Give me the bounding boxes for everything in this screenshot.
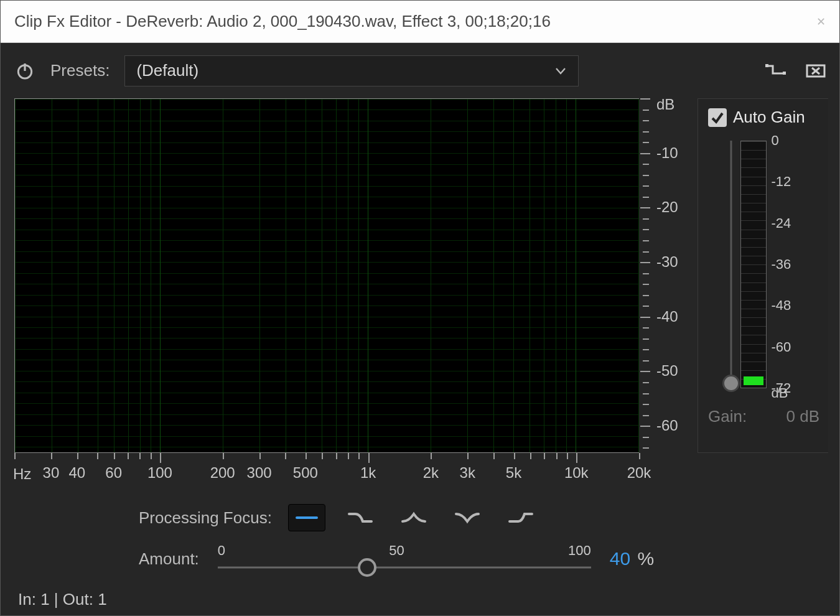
gain-meter-labels: 0-12-24-36-48-60-72dB	[772, 141, 801, 388]
gain-meter	[740, 141, 767, 388]
x-tick-label: 30	[43, 464, 60, 482]
preset-dropdown[interactable]: (Default)	[124, 55, 579, 86]
x-tick-label: 5k	[506, 464, 521, 482]
amount-row: Amount: 0 50 100 40 %	[139, 543, 828, 575]
chevron-down-icon	[554, 65, 567, 77]
auto-gain-label: Auto Gain	[733, 108, 805, 127]
focus-low-shelf-icon	[347, 510, 374, 525]
amount-min-label: 0	[218, 543, 225, 559]
check-icon	[710, 110, 725, 125]
svg-rect-2	[765, 64, 768, 67]
x-tick-label: 500	[293, 464, 318, 482]
toolbar: Presets: (Default)	[14, 54, 828, 87]
titlebar: Clip Fx Editor - DeReverb: Audio 2, 000_…	[1, 1, 839, 43]
x-tick-label: 1k	[360, 464, 376, 482]
svg-rect-3	[783, 72, 786, 75]
amount-label: Amount:	[139, 549, 199, 569]
gain-label: Gain:	[708, 407, 747, 426]
amount-value[interactable]: 40	[610, 548, 630, 569]
amount-max-label: 100	[568, 543, 591, 559]
meter-peak-indicator	[744, 376, 763, 385]
gain-value[interactable]: 0 dB	[786, 407, 820, 426]
processing-focus-row: Processing Focus:	[139, 499, 828, 536]
clip-fx-editor-window: Clip Fx Editor - DeReverb: Audio 2, 000_…	[0, 0, 840, 616]
x-axis-unit: Hz	[13, 465, 31, 483]
close-icon: ✕	[816, 15, 826, 29]
amount-slider[interactable]	[218, 560, 591, 575]
y-tick-label: -50	[656, 362, 678, 380]
focus-low-shelf-button[interactable]	[342, 504, 379, 531]
x-tick-label: 100	[147, 464, 172, 482]
y-tick-label: -30	[656, 253, 678, 271]
amount-mid-label: 50	[389, 543, 404, 559]
amount-unit: %	[637, 548, 654, 569]
gain-slider[interactable]	[727, 141, 735, 388]
meter-tick-label: 0	[772, 133, 779, 149]
y-tick-label: -20	[656, 198, 678, 216]
processing-focus-label: Processing Focus:	[139, 508, 272, 528]
auto-gain-checkbox[interactable]	[708, 108, 727, 127]
spectrum-panel: dB -10-20-30-40-50-60 Hz 304060100200300…	[14, 98, 684, 488]
x-tick-label: 3k	[460, 464, 475, 482]
x-tick-label: 200	[210, 464, 235, 482]
x-axis: Hz 3040601002003005001k2k3k5k10k20k	[14, 453, 639, 488]
focus-high-shelf-button[interactable]	[502, 504, 539, 531]
y-tick-label: -40	[656, 308, 678, 325]
y-tick-label: -60	[656, 417, 678, 434]
focus-all-button[interactable]	[288, 504, 325, 531]
preset-dropdown-value: (Default)	[136, 61, 198, 80]
meter-tick-label: -60	[772, 339, 791, 355]
focus-high-shelf-icon	[507, 510, 534, 525]
y-axis: dB -10-20-30-40-50-60	[639, 98, 684, 453]
focus-notch-button[interactable]	[449, 504, 486, 531]
x-tick-label: 20k	[627, 464, 651, 482]
focus-notch-icon	[454, 510, 481, 525]
meter-tick-label: -24	[772, 215, 791, 231]
x-tick-label: 10k	[564, 464, 589, 482]
preset-delete-button[interactable]	[803, 58, 828, 83]
power-toggle[interactable]	[14, 60, 35, 82]
presets-label: Presets:	[50, 61, 110, 80]
spectrum-chart[interactable]	[14, 98, 639, 453]
gain-panel: Auto Gain 0-12-24-36-48-60-72dB Gain: 0 …	[698, 98, 828, 453]
x-tick-label: 300	[247, 464, 272, 482]
gain-slider-thumb[interactable]	[722, 375, 740, 392]
io-status: In: 1 | Out: 1	[14, 575, 828, 609]
preset-delete-icon	[805, 62, 826, 80]
close-button[interactable]: ✕	[802, 1, 839, 42]
window-title: Clip Fx Editor - DeReverb: Audio 2, 000_…	[14, 12, 551, 31]
amount-slider-thumb[interactable]	[358, 558, 376, 577]
x-tick-label: 40	[68, 464, 85, 482]
x-tick-label: 60	[105, 464, 122, 482]
meter-tick-label: -12	[772, 174, 791, 190]
focus-peak-button[interactable]	[395, 504, 432, 531]
x-tick-label: 2k	[423, 464, 439, 482]
focus-peak-icon	[400, 510, 427, 525]
meter-tick-label: -36	[772, 256, 791, 273]
routing-icon	[765, 62, 786, 80]
meter-tick-label: -48	[772, 297, 791, 314]
focus-all-icon	[293, 510, 320, 525]
power-icon	[15, 61, 35, 81]
routing-button[interactable]	[763, 58, 788, 83]
meter-unit-label: dB	[772, 385, 788, 401]
y-tick-label: -10	[656, 144, 678, 162]
